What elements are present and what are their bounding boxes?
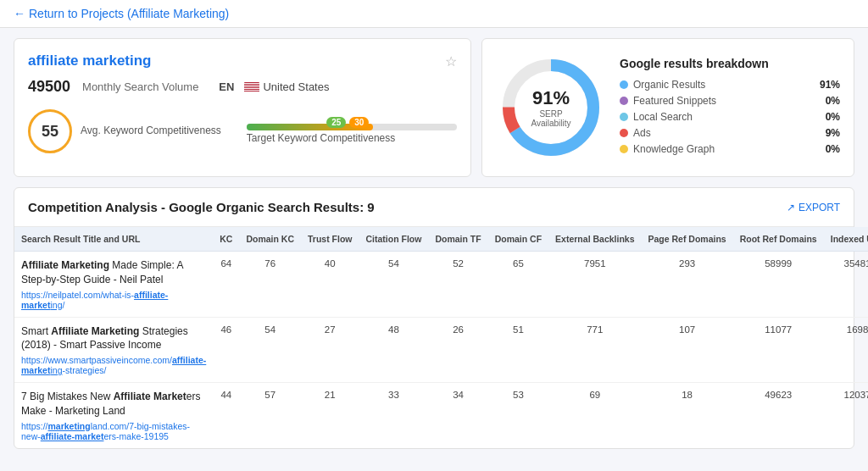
avg-kc-value: 55 [42, 123, 58, 141]
domain-tf-1: 52 [428, 252, 487, 318]
col-title: Search Result Title and URL [14, 227, 213, 252]
flag-icon [244, 82, 259, 92]
col-domain-tf: Domain TF [428, 227, 487, 252]
tkc-bar-container: 25 30 [247, 124, 457, 130]
competition-table: Search Result Title and URL KC Domain KC… [14, 227, 868, 448]
top-panels: affiliate marketing ☆ 49500 Monthly Sear… [14, 38, 854, 177]
export-icon: ↗ [787, 202, 795, 213]
back-link-label: Return to Projects (Affiliate Marketing) [29, 7, 229, 20]
country-name: United States [263, 80, 329, 93]
domain-cf-3: 53 [488, 383, 548, 448]
citation-flow-3: 33 [359, 383, 429, 448]
language-code: EN [219, 80, 234, 93]
domain-kc-2: 54 [239, 317, 301, 383]
page-ref-2: 107 [642, 317, 733, 383]
avg-kc-label: Avg. Keyword Competitiveness [81, 125, 221, 138]
legend-featured: Featured Snippets 0% [620, 95, 840, 107]
domain-cf-2: 51 [488, 317, 548, 383]
main-content: affiliate marketing ☆ 49500 Monthly Sear… [0, 28, 868, 459]
google-breakdown-title: Google results breakdown [620, 57, 840, 70]
trust-flow-3: 21 [301, 383, 359, 448]
legend-pct-organic: 91% [815, 79, 840, 91]
ext-backlinks-1: 7951 [548, 252, 641, 318]
trust-flow-1: 40 [301, 252, 359, 318]
ext-backlinks-3: 69 [548, 383, 641, 448]
result-title-url-3: 7 Big Mistakes New Affiliate Marketers M… [14, 383, 213, 448]
root-ref-2: 11077 [733, 317, 824, 383]
indexed-1: 354814 [824, 252, 868, 318]
competition-title: Competition Analysis - Google Organic Se… [28, 200, 375, 214]
star-icon[interactable]: ☆ [445, 53, 457, 69]
legend-organic: Organic Results 91% [620, 79, 840, 91]
result-title-url-1: Affiliate Marketing Made Simple: A Step-… [14, 252, 213, 318]
legend-knowledge: Knowledge Graph 0% [620, 143, 840, 155]
tkc-marker-2: 30 [349, 117, 369, 128]
legend-dot-knowledge [620, 145, 628, 153]
donut-sub1: SERP [531, 109, 570, 119]
domain-kc-1: 76 [239, 252, 301, 318]
result-url-3[interactable]: https://marketingland.com/7-big-mistakes… [21, 421, 206, 441]
result-title-text-2: Smart Affiliate Marketing Strategies (20… [21, 324, 206, 353]
result-title-text-3: 7 Big Mistakes New Affiliate Marketers M… [21, 390, 206, 418]
table-row: Smart Affiliate Marketing Strategies (20… [14, 317, 868, 383]
result-title-url-2: Smart Affiliate Marketing Strategies (20… [14, 317, 213, 383]
tkc-marker-1: 25 [326, 117, 346, 128]
col-kc: KC [213, 227, 239, 252]
col-ext-backlinks: External Backlinks [548, 227, 641, 252]
trust-flow-2: 27 [301, 317, 359, 383]
ext-backlinks-2: 771 [548, 317, 641, 383]
legend-name-local: Local Search [633, 111, 810, 123]
legend-name-knowledge: Knowledge Graph [633, 143, 810, 155]
page-ref-1: 293 [642, 252, 733, 318]
citation-flow-1: 54 [359, 252, 429, 318]
result-title-text-1: Affiliate Marketing Made Simple: A Step-… [21, 258, 206, 287]
donut-chart: 91% SERP Availability [496, 53, 606, 163]
donut-percentage: 91% [531, 87, 570, 109]
avg-kc-circle: 55 [28, 109, 72, 153]
result-url-1[interactable]: https://neilpatel.com/what-is-affiliate-… [21, 290, 206, 310]
donut-sub2: Availability [531, 119, 570, 128]
legend-name-organic: Organic Results [633, 79, 810, 91]
top-bar: ← Return to Projects (Affiliate Marketin… [0, 0, 868, 28]
legend-local: Local Search 0% [620, 111, 840, 123]
kc-1: 64 [213, 252, 239, 318]
export-label: EXPORT [798, 202, 840, 213]
keyword-bottom: 55 Avg. Keyword Competitiveness 25 30 Ta… [28, 109, 457, 153]
col-indexed: Indexed URLs [824, 227, 868, 252]
legend-dot-local [620, 113, 628, 121]
competition-header: Competition Analysis - Google Organic Se… [14, 188, 854, 227]
legend-name-featured: Featured Snippets [633, 95, 810, 107]
tkc-section: 25 30 Target Keyword Competitiveness [247, 119, 457, 144]
donut-center: 91% SERP Availability [531, 87, 570, 128]
legend-name-ads: Ads [633, 127, 810, 139]
search-volume-number: 49500 [28, 78, 70, 96]
legend-dot-ads [620, 129, 628, 137]
table-row: Affiliate Marketing Made Simple: A Step-… [14, 252, 868, 318]
legend-dot-featured [620, 97, 628, 105]
col-trust-flow: Trust Flow [301, 227, 359, 252]
result-url-2[interactable]: https://www.smartpassiveincome.com/affil… [21, 355, 206, 375]
keyword-stats: 49500 Monthly Search Volume EN United St… [28, 78, 457, 96]
search-volume-label: Monthly Search Volume [82, 80, 198, 93]
col-domain-cf: Domain CF [488, 227, 548, 252]
legend-pct-featured: 0% [815, 95, 840, 107]
table-header-row: Search Result Title and URL KC Domain KC… [14, 227, 868, 252]
keyword-name: affiliate marketing [28, 53, 152, 69]
export-button[interactable]: ↗ EXPORT [787, 202, 840, 213]
legend-pct-knowledge: 0% [815, 143, 840, 155]
kc-2: 46 [213, 317, 239, 383]
google-legend: Google results breakdown Organic Results… [620, 57, 840, 159]
col-citation-flow: Citation Flow [359, 227, 429, 252]
legend-pct-ads: 9% [815, 127, 840, 139]
legend-pct-local: 0% [815, 111, 840, 123]
domain-tf-3: 34 [428, 383, 487, 448]
back-link[interactable]: ← Return to Projects (Affiliate Marketin… [14, 7, 229, 20]
country-flag-badge: United States [244, 80, 329, 93]
indexed-2: 16984 [824, 317, 868, 383]
avg-kc-section: 55 Avg. Keyword Competitiveness [28, 109, 221, 153]
indexed-3: 120374 [824, 383, 868, 448]
root-ref-3: 49623 [733, 383, 824, 448]
page-ref-3: 18 [642, 383, 733, 448]
tkc-markers: 25 30 [326, 117, 369, 128]
arrow-left-icon: ← [14, 7, 25, 20]
